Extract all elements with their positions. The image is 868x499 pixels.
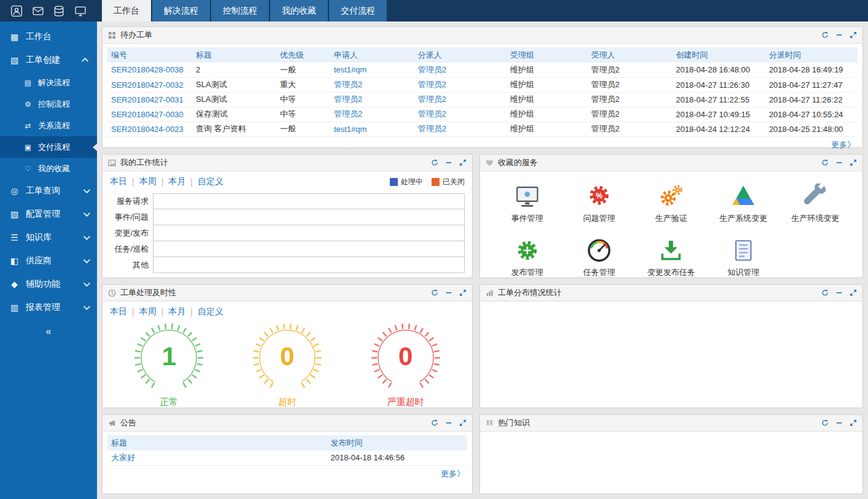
refresh-icon[interactable]: [431, 159, 438, 166]
expand-icon[interactable]: [850, 419, 857, 427]
minimize-icon[interactable]: [445, 289, 452, 296]
megaphone-icon: [108, 419, 116, 427]
tab-this-month[interactable]: 本月: [168, 306, 185, 317]
table-cell: 一般: [276, 122, 330, 136]
topbar: 工作台 解决流程 控制流程 我的收藏 交付流程: [0, 0, 868, 21]
service-item[interactable]: 任务管理: [563, 235, 635, 278]
refresh-icon[interactable]: [821, 289, 829, 296]
mail-icon[interactable]: [32, 5, 44, 17]
tab-this-week[interactable]: 本周: [139, 176, 157, 187]
top-tab-workbench[interactable]: 工作台: [102, 0, 151, 21]
refresh-icon[interactable]: [821, 31, 829, 39]
top-tab-delivery-flow[interactable]: 交付流程: [329, 0, 387, 21]
sidebar-item-report-mgmt[interactable]: ▥ 报表管理: [0, 296, 97, 319]
minimize-icon[interactable]: [835, 419, 843, 427]
sidebar-item-knowledge-base[interactable]: ☰ 知识库: [0, 226, 97, 249]
table-cell: 2018-04-28 16:49:19: [765, 63, 858, 77]
expand-icon[interactable]: [459, 159, 467, 166]
user-link[interactable]: test1#qm: [334, 125, 366, 134]
service-item[interactable]: % 问题管理: [563, 181, 635, 224]
tab-today[interactable]: 本日: [110, 306, 127, 317]
tab-this-month[interactable]: 本月: [168, 176, 185, 187]
table-cell: 管理员2: [587, 92, 672, 107]
service-item[interactable]: 生产环境变更: [780, 181, 851, 224]
table-cell: 2018-04-27 11:26:30: [672, 77, 765, 92]
sidebar-item-relation-flow[interactable]: ⇄ 关系流程: [0, 115, 97, 136]
order-link[interactable]: SER20180427-0030: [111, 110, 184, 119]
user-link[interactable]: 管理员2: [334, 80, 362, 89]
table-cell: 2018-04-27 10:49:15: [672, 107, 765, 122]
table-row: SER20180428-0038 2 一般 test1#qm 管理员2 维护组 …: [107, 63, 858, 77]
sidebar-item-my-favorites[interactable]: ♡ 我的收藏: [0, 158, 97, 179]
user-link[interactable]: 管理员2: [418, 80, 446, 89]
minimize-icon[interactable]: [445, 159, 452, 166]
tab-custom[interactable]: 自定义: [198, 176, 223, 187]
sidebar-item-config-mgmt[interactable]: ▨ 配置管理: [0, 203, 97, 226]
table-row: SER20180427-0030 保存测试 中等 管理员2 管理员2 维护组 管…: [107, 107, 858, 122]
announcement-link[interactable]: 大家好: [111, 453, 135, 462]
expand-icon[interactable]: [850, 31, 857, 39]
order-link[interactable]: SER20180424-0023: [111, 125, 184, 134]
expand-icon[interactable]: [850, 159, 857, 166]
minimize-icon[interactable]: [445, 419, 452, 427]
tab-this-week[interactable]: 本周: [139, 306, 157, 317]
service-item[interactable]: 发布管理: [491, 235, 563, 278]
table-row: SER20180427-0031 SLA测试 中等 管理员2 管理员2 维护组 …: [107, 92, 858, 107]
more-link[interactable]: 更多》: [441, 469, 465, 478]
expand-icon[interactable]: [459, 289, 467, 296]
expand-icon[interactable]: [850, 289, 857, 296]
service-item[interactable]: 变更发布任务: [635, 235, 707, 278]
table-cell: 2018-04-25 21:48:00: [765, 122, 858, 136]
more-link[interactable]: 更多》: [831, 140, 855, 149]
sidebar-item-workbench[interactable]: ▦ 工作台: [0, 25, 97, 48]
work-stats-header: 我的工作统计: [103, 155, 472, 171]
minimize-icon[interactable]: [835, 159, 843, 166]
work-stats-panel: 我的工作统计 本日| 本周| 本月| 自定义 处理中: [102, 154, 473, 278]
minimize-icon[interactable]: [835, 289, 843, 296]
bar-track: [153, 225, 465, 241]
refresh-icon[interactable]: [821, 159, 829, 166]
workbench-icon: ▦: [9, 32, 20, 42]
user-link[interactable]: 管理员2: [418, 124, 446, 133]
delivery-flow-icon: ▣: [23, 143, 33, 152]
top-tab-control-flow[interactable]: 控制流程: [211, 0, 269, 21]
sidebar-item-solve-flow[interactable]: ▤ 解决流程: [0, 72, 97, 93]
service-item[interactable]: 生产验证: [635, 181, 707, 224]
table-cell: 2018-04-27 11:22:55: [672, 92, 765, 107]
sidebar-item-aux-functions[interactable]: ◆ 辅助功能: [0, 273, 97, 296]
database-icon[interactable]: [53, 5, 65, 17]
minimize-icon[interactable]: [835, 31, 843, 39]
refresh-icon[interactable]: [431, 289, 438, 296]
top-tab-my-favorites[interactable]: 我的收藏: [270, 0, 328, 21]
user-link[interactable]: 管理员2: [334, 95, 362, 104]
user-link[interactable]: test1#qm: [334, 65, 366, 74]
category-label: 变更/发布: [110, 225, 153, 241]
sidebar-item-control-flow[interactable]: ⚙ 控制流程: [0, 93, 97, 115]
refresh-icon[interactable]: [431, 419, 438, 427]
sidebar-item-order-query[interactable]: ◎ 工单查询: [0, 179, 97, 203]
user-icon[interactable]: [10, 5, 23, 17]
sidebar-item-label: 知识库: [26, 232, 52, 243]
sidebar-collapse-button[interactable]: «: [0, 319, 97, 344]
user-link[interactable]: 管理员2: [418, 65, 446, 74]
expand-icon[interactable]: [459, 419, 467, 427]
top-tab-solve-flow[interactable]: 解决流程: [152, 0, 210, 21]
service-item[interactable]: 事件管理: [491, 181, 563, 224]
service-item[interactable]: 知识管理: [707, 235, 779, 278]
book-icon: [486, 419, 494, 427]
sidebar-item-supplier[interactable]: ◧ 供应商: [0, 249, 97, 273]
user-link[interactable]: 管理员2: [418, 109, 446, 118]
order-link[interactable]: SER20180428-0038: [111, 65, 184, 74]
sidebar-item-order-create[interactable]: ▧ 工单创建: [0, 48, 97, 72]
monitor-icon[interactable]: [74, 5, 87, 17]
order-link[interactable]: SER20180427-0031: [111, 95, 184, 104]
user-link[interactable]: 管理员2: [334, 109, 362, 118]
tab-today[interactable]: 本日: [110, 176, 127, 187]
sidebar-item-label: 解决流程: [38, 77, 70, 88]
user-link[interactable]: 管理员2: [418, 95, 446, 104]
tab-custom[interactable]: 自定义: [198, 306, 223, 317]
sidebar-item-delivery-flow[interactable]: ▣ 交付流程: [0, 136, 97, 158]
service-item[interactable]: 生产系统变更: [707, 181, 779, 224]
refresh-icon[interactable]: [821, 419, 829, 427]
order-link[interactable]: SER20180427-0032: [111, 80, 184, 90]
